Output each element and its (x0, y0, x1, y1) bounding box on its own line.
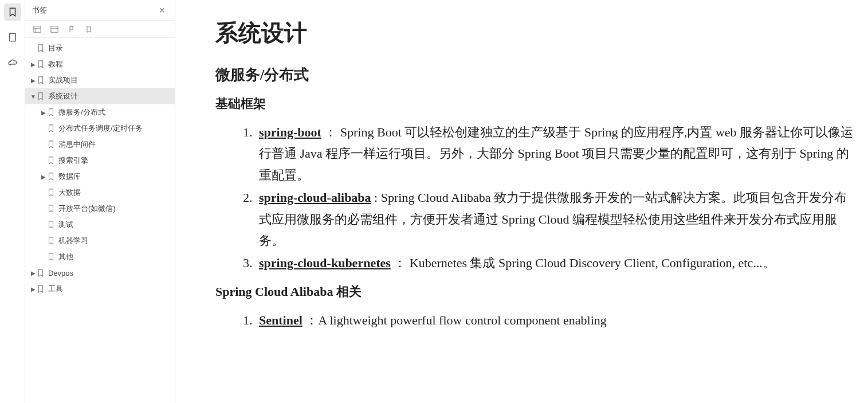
sidebar-header: 书签 ✕ (25, 0, 175, 21)
bookmark-label: 目录 (48, 43, 63, 53)
close-icon[interactable]: ✕ (156, 5, 168, 16)
chevron-right-icon[interactable]: ▶ (40, 109, 47, 116)
chevron-right-icon[interactable]: ▶ (30, 77, 37, 84)
page-title: 系统设计 (215, 17, 857, 49)
bookmark-label: Devpos (48, 269, 73, 277)
bookmark-icon-small (47, 124, 55, 132)
bookmark-icon-small (47, 221, 55, 229)
bookmark-icon[interactable] (4, 3, 21, 21)
bookmark-item[interactable]: 大数据 (25, 185, 175, 201)
list-item-text: ： Spring Boot 可以轻松创建独立的生产级基于 Spring 的应用程… (259, 125, 853, 182)
bookmark-item[interactable]: 搜索引擎 (25, 152, 175, 169)
list-item: spring-cloud-kubernetes ： Kubernetes 集成 … (256, 252, 857, 273)
framework-link[interactable]: spring-cloud-alibaba (259, 190, 371, 205)
chevron-right-icon[interactable]: ▶ (30, 286, 37, 292)
chevron-right-icon[interactable]: ▶ (30, 270, 37, 276)
bookmarks-sidebar: 书签 ✕ 目录▶教程▶实战项目▼系统设计▶微服务/分布式分布式任务调度/定时任务… (25, 0, 175, 403)
bookmark-item[interactable]: 开放平台(如微信) (25, 201, 175, 217)
bookmark-item[interactable]: 分布式任务调度/定时任务 (25, 120, 175, 136)
bookmark-item[interactable]: 目录 (25, 40, 175, 56)
bookmark-icon-small (47, 173, 55, 181)
framework-link[interactable]: spring-cloud-kubernetes (259, 256, 391, 270)
bookmark-icon-small (37, 92, 45, 100)
bookmark-label: 开放平台(如微信) (58, 204, 116, 214)
bookmark-icon-small (47, 156, 55, 165)
bookmark-label: 教程 (48, 59, 63, 69)
framework-link[interactable]: spring-boot (259, 125, 321, 139)
bookmark-icon-small (47, 237, 55, 245)
bookmark-item[interactable]: 机器学习 (25, 233, 175, 249)
flag-icon[interactable] (66, 24, 77, 34)
bookmark-icon-small (47, 205, 55, 213)
bookmark-outline-icon[interactable] (84, 24, 94, 34)
subsection-heading: Spring Cloud Alibaba 相关 (215, 283, 857, 300)
bookmark-label: 搜索引擎 (58, 155, 88, 166)
bookmark-icon-small (47, 189, 55, 197)
chevron-right-icon[interactable]: ▶ (40, 174, 47, 180)
framework-link[interactable]: Sentinel (259, 313, 303, 327)
bookmark-label: 微服务/分布式 (58, 107, 105, 118)
bookmark-item[interactable]: 消息中间件 (25, 136, 175, 152)
sidebar-title: 书签 (32, 5, 47, 15)
svg-rect-4 (51, 26, 58, 32)
bookmark-icon-small (37, 60, 45, 68)
bookmark-label: 实战项目 (48, 75, 78, 85)
alibaba-list: Sentinel ：A lightweight powerful flow co… (256, 310, 857, 331)
bookmark-item[interactable]: ▶教程 (25, 56, 175, 72)
bookmark-item[interactable]: ▼系统设计 (25, 88, 175, 104)
framework-list: spring-boot ： Spring Boot 可以轻松创建独立的生产级基于… (256, 122, 857, 274)
list-item: spring-cloud-alibaba : Spring Cloud Alib… (256, 187, 857, 251)
chevron-right-icon[interactable]: ▶ (30, 61, 37, 68)
bookmark-item[interactable]: ▶Devpos (25, 265, 175, 281)
sidebar-toolbar (25, 21, 175, 38)
bookmark-label: 数据库 (58, 171, 81, 182)
bookmark-label: 工具 (48, 284, 63, 294)
bookmark-icon-small (47, 108, 55, 116)
bookmark-item[interactable]: 测试 (25, 217, 175, 233)
bookmark-label: 其他 (58, 252, 73, 262)
cloud-icon[interactable] (4, 54, 21, 71)
document-content: 系统设计 微服务/分布式 基础框架 spring-boot ： Spring B… (175, 0, 868, 403)
bookmark-tree: 目录▶教程▶实战项目▼系统设计▶微服务/分布式分布式任务调度/定时任务消息中间件… (25, 38, 175, 403)
bookmark-icon-small (47, 253, 55, 261)
icon-rail (0, 0, 25, 403)
bookmark-item[interactable]: ▶数据库 (25, 169, 175, 185)
bookmark-label: 机器学习 (58, 236, 88, 246)
list-item: Sentinel ：A lightweight powerful flow co… (256, 310, 857, 331)
bookmark-icon-small (37, 285, 45, 293)
bookmark-label: 大数据 (58, 187, 81, 198)
section-heading: 微服务/分布式 (215, 65, 857, 85)
collapse-icon[interactable] (49, 24, 60, 34)
bookmark-icon-small (47, 140, 55, 148)
chevron-down-icon[interactable]: ▼ (30, 93, 37, 100)
bookmark-item[interactable]: ▶微服务/分布式 (25, 104, 175, 120)
bookmark-item[interactable]: 其他 (25, 249, 175, 265)
list-item-text: ：A lightweight powerful flow control com… (303, 313, 607, 327)
page-icon[interactable] (4, 29, 21, 46)
bookmark-label: 测试 (58, 220, 73, 230)
bookmark-label: 消息中间件 (58, 139, 96, 150)
svg-rect-1 (34, 26, 41, 32)
svg-rect-0 (9, 33, 15, 41)
bookmark-icon-small (37, 76, 45, 84)
subsection-heading: 基础框架 (215, 95, 857, 112)
bookmark-icon-small (37, 44, 45, 52)
list-item-text: ： Kubernetes 集成 Spring Cloud Discovery C… (391, 256, 775, 270)
bookmark-item[interactable]: ▶实战项目 (25, 72, 175, 88)
bookmark-item[interactable]: ▶工具 (25, 281, 175, 297)
bookmark-icon-small (37, 269, 45, 277)
bookmark-label: 系统设计 (48, 91, 78, 101)
list-item: spring-boot ： Spring Boot 可以轻松创建独立的生产级基于… (256, 122, 857, 186)
layout-icon[interactable] (32, 24, 42, 34)
bookmark-label: 分布式任务调度/定时任务 (58, 123, 143, 134)
